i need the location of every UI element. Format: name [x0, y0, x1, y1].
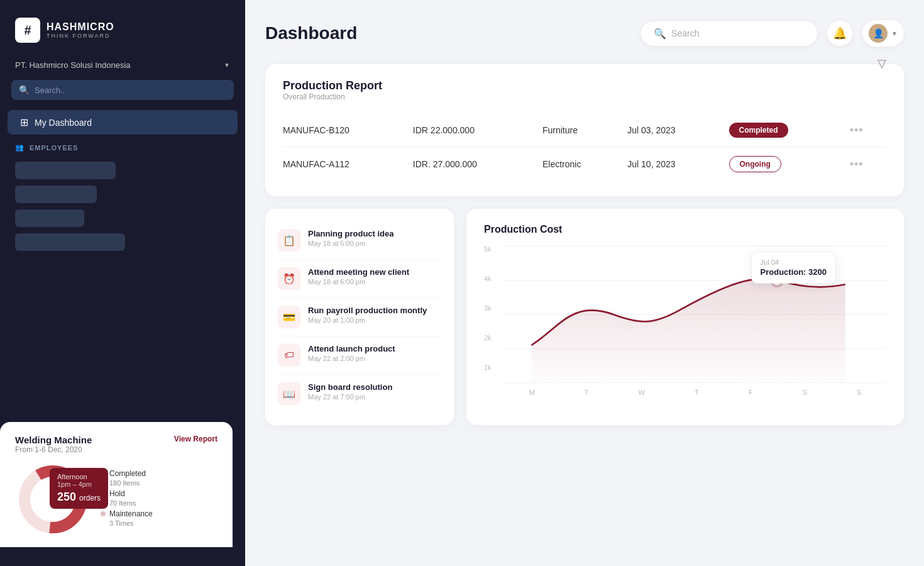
y-label-1k: 1k	[484, 363, 492, 371]
tooltip-orders: 250 orders	[57, 491, 101, 504]
chart-fill	[531, 279, 845, 383]
chevron-down-icon: ▼	[891, 30, 898, 37]
brand-tagline: THINK FORWARD	[47, 33, 114, 39]
widget-title: Welding Machine	[15, 435, 92, 445]
avatar: 👤	[869, 24, 888, 43]
sidebar-skeleton-1	[15, 162, 116, 179]
header-right: 🔍 🔔 👤 ▼	[641, 20, 904, 47]
activity-title: Run payroll production montly	[308, 306, 427, 315]
sidebar-search-container[interactable]: 🔍	[11, 80, 234, 100]
donut-container: Afternoon 1pm – 4pm 250 orders Completed…	[15, 462, 217, 537]
bell-icon: 🔔	[833, 26, 847, 40]
row-category: Furniture	[537, 114, 622, 147]
activity-icon: ⏰	[278, 267, 300, 290]
legend-completed: Completed	[101, 469, 217, 478]
company-name: PT. Hashmicro Solusi Indonesia	[15, 60, 131, 70]
table-row: MANUFAC-B120 IDR 22.000.000 Furniture Ju…	[283, 114, 886, 147]
chevron-down-icon: ▼	[224, 62, 230, 69]
employees-icon: 👥	[15, 143, 25, 152]
search-icon: 🔍	[654, 28, 666, 40]
activity-card: 📋 Planning product idea May 18 at 5:00 p…	[265, 209, 454, 425]
maintenance-dot	[101, 511, 106, 516]
activity-item: 📋 Planning product idea May 18 at 5:00 p…	[278, 221, 441, 260]
welding-machine-widget: Welding Machine From 1-6 Dec, 2020 View …	[0, 422, 233, 547]
activity-item: 📖 Sign board resolution May 22 at 7:00 p…	[278, 375, 441, 413]
main-content: Dashboard 🔍 🔔 👤 ▼ Production Report ▽ Ov…	[245, 0, 924, 566]
row-actions[interactable]: •••	[845, 114, 886, 147]
notification-button[interactable]: 🔔	[827, 21, 852, 46]
tooltip-date: Jul 04	[761, 258, 827, 266]
table-row: MANUFAC-A112 IDR. 27.000.000 Electronic …	[283, 147, 886, 182]
activity-time: May 22 at 2:00 pm	[308, 355, 395, 362]
company-selector[interactable]: PT. Hashmicro Solusi Indonesia ▼	[0, 55, 245, 80]
maintenance-sub: 3 Times	[109, 519, 217, 527]
page-title: Dashboard	[265, 23, 357, 43]
production-cost-card: Production Cost 5k 4k 3k 2k 1k	[466, 209, 904, 425]
x-label-s1: S	[803, 389, 807, 396]
x-label-t1: T	[585, 389, 589, 396]
row-amount: IDR. 27.000.000	[408, 147, 537, 182]
activity-text: Attend meeting new client May 18 at 6:00…	[308, 267, 409, 286]
filter-icon[interactable]: ▽	[877, 57, 886, 70]
logo-text: HASHMICRO THINK FORWARD	[47, 21, 114, 39]
legend-area: Completed 180 Items Hold 70 Items Mainte…	[101, 469, 217, 530]
row-category: Electronic	[537, 147, 622, 182]
sidebar-section-employees: 👥 EMPLOYEES	[0, 136, 245, 157]
sidebar: # HASHMICRO THINK FORWARD PT. Hashmicro …	[0, 0, 245, 566]
y-label-5k: 5k	[484, 245, 492, 253]
activity-title: Sign board resolution	[308, 382, 392, 392]
activity-icon: 🏷	[278, 344, 300, 367]
card-header: Production Report ▽ Overall Production	[283, 79, 886, 101]
row-status: Ongoing	[724, 147, 845, 182]
x-label-w: W	[639, 389, 645, 396]
row-amount: IDR 22.000.000	[408, 114, 537, 147]
activity-list: 📋 Planning product idea May 18 at 5:00 p…	[278, 221, 441, 413]
activity-title: Attend launch product	[308, 344, 395, 353]
search-bar[interactable]: 🔍	[641, 21, 817, 46]
x-axis-labels: M T W T F S S	[484, 389, 886, 396]
activity-time: May 18 at 5:00 pm	[308, 240, 394, 247]
activity-item: ⏰ Attend meeting new client May 18 at 6:…	[278, 260, 441, 298]
y-label-4k: 4k	[484, 275, 492, 282]
activity-time: May 18 at 6:00 pm	[308, 278, 409, 286]
chart-tooltip: Jul 04 Production: 3200	[751, 252, 836, 284]
search-icon: 🔍	[19, 85, 30, 95]
activity-icon: 💳	[278, 306, 300, 328]
activity-text: Planning product idea May 18 at 5:00 pm	[308, 229, 394, 247]
hold-sub: 70 Items	[109, 499, 217, 507]
legend-hold: Hold	[101, 489, 217, 498]
activity-time: May 20 at 1:00 pm	[308, 316, 427, 324]
widget-date: From 1-6 Dec, 2020	[15, 445, 92, 454]
sidebar-item-dashboard[interactable]: ⊞ My Dashboard	[8, 110, 238, 135]
sidebar-logo: # HASHMICRO THINK FORWARD	[0, 0, 245, 55]
activity-icon: 📖	[278, 382, 300, 405]
chart-area: 5k 4k 3k 2k 1k	[484, 245, 886, 409]
activity-item: 💳 Run payroll production montly May 20 a…	[278, 298, 441, 336]
y-axis-labels: 5k 4k 3k 2k 1k	[484, 245, 492, 371]
main-header: Dashboard 🔍 🔔 👤 ▼	[265, 20, 904, 47]
production-table: MANUFAC-B120 IDR 22.000.000 Furniture Ju…	[283, 114, 886, 181]
user-avatar-button[interactable]: 👤 ▼	[862, 20, 904, 47]
sidebar-item-label: My Dashboard	[35, 118, 92, 128]
activity-text: Run payroll production montly May 20 at …	[308, 306, 427, 324]
sidebar-skeleton-4	[15, 233, 125, 251]
activity-item: 🏷 Attend launch product May 22 at 2:00 p…	[278, 336, 441, 375]
activity-time: May 22 at 7:00 pm	[308, 393, 392, 401]
chart-title: Production Cost	[484, 224, 886, 235]
tooltip-time: 1pm – 4pm	[57, 480, 101, 488]
search-input[interactable]	[671, 28, 805, 38]
x-label-f: F	[749, 389, 753, 396]
sidebar-skeleton-2	[15, 186, 97, 203]
sidebar-search-input[interactable]	[35, 86, 226, 95]
activity-text: Attend launch product May 22 at 2:00 pm	[308, 344, 395, 362]
completed-sub: 180 Items	[109, 479, 217, 487]
donut-tooltip: Afternoon 1pm – 4pm 250 orders	[50, 468, 108, 509]
row-actions[interactable]: •••	[845, 147, 886, 182]
tooltip-value: Production: 3200	[761, 267, 827, 277]
tooltip-shift: Afternoon	[57, 473, 101, 480]
view-report-button[interactable]: View Report	[174, 435, 217, 443]
activity-text: Sign board resolution May 22 at 7:00 pm	[308, 382, 392, 401]
x-label-s2: S	[857, 389, 861, 396]
row-id: MANUFAC-B120	[283, 114, 408, 147]
donut-chart: Afternoon 1pm – 4pm 250 orders	[15, 462, 91, 537]
